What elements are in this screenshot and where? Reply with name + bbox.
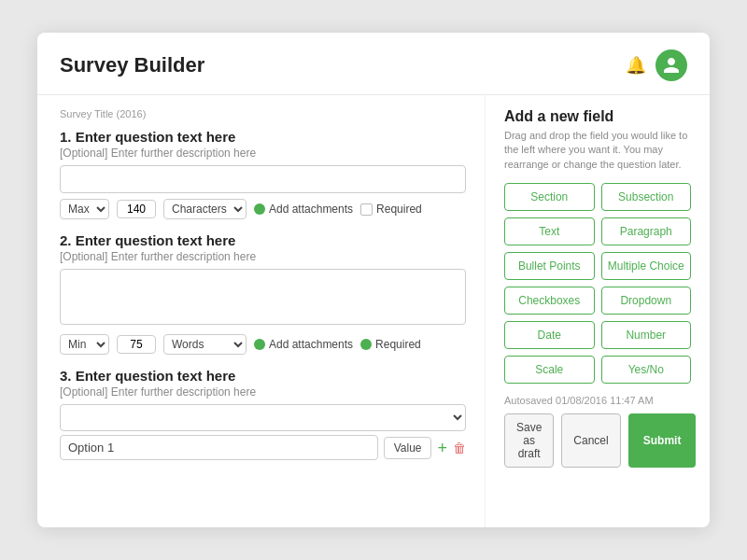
survey-title-label: Survey Title (2016) — [60, 108, 466, 119]
field-btn-multiple-choice[interactable]: Multiple Choice — [601, 252, 692, 280]
left-panel: Survey Title (2016) 1. Enter question te… — [37, 95, 486, 527]
characters-select[interactable]: CharactersWords — [163, 199, 247, 219]
body: Survey Title (2016) 1. Enter question te… — [37, 95, 710, 527]
field-btn-checkboxes[interactable]: Checkboxes — [504, 287, 595, 315]
question-1-attach-label: Add attachments — [254, 203, 353, 216]
question-2-controls: MinMax WordsCharacters Add attachments R… — [60, 334, 466, 355]
submit-button[interactable]: Submit — [628, 413, 697, 468]
field-buttons-grid: Section Subsection Text Paragraph Bullet… — [504, 183, 691, 384]
attach-dot-icon — [254, 203, 265, 215]
question-1-input[interactable] — [60, 165, 466, 193]
question-3-dropdown[interactable] — [60, 404, 466, 431]
words-select[interactable]: WordsCharacters — [163, 334, 247, 355]
add-field-desc: Drag and drop the field you would like t… — [504, 129, 691, 172]
field-btn-paragraph[interactable]: Paragraph — [601, 217, 692, 245]
question-2-block: 2. Enter question text here [Optional] E… — [60, 232, 466, 355]
bell-icon: 🔔 — [626, 55, 646, 76]
question-1-title: 1. Enter question text here — [60, 129, 466, 145]
question-3-title: 3. Enter question text here — [60, 368, 466, 384]
required-checkbox[interactable] — [360, 203, 373, 216]
header-icons: 🔔 — [626, 49, 687, 81]
attach-dot-icon-2 — [254, 339, 265, 350]
page-title: Survey Builder — [60, 53, 204, 77]
required-dot-icon — [360, 339, 372, 350]
action-buttons: Save as draft Cancel Submit — [504, 413, 691, 468]
question-2-title: 2. Enter question text here — [60, 232, 466, 248]
question-3-block: 3. Enter question text here [Optional] E… — [60, 368, 466, 460]
save-draft-button[interactable]: Save as draft — [504, 413, 554, 468]
value-button[interactable]: Value — [384, 437, 432, 459]
question-2-required-label: Required — [360, 338, 421, 351]
field-btn-bullet-points[interactable]: Bullet Points — [504, 252, 595, 280]
question-1-controls: MaxMin CharactersWords Add attachments R… — [60, 199, 466, 219]
field-btn-number[interactable]: Number — [601, 321, 692, 349]
question-1-block: 1. Enter question text here [Optional] E… — [60, 129, 466, 219]
question-2-attach-label: Add attachments — [254, 338, 353, 351]
question-2-min-value[interactable] — [117, 335, 156, 354]
avatar — [655, 49, 687, 81]
option-row: Value + 🗑 — [60, 435, 466, 460]
question-1-required-label: Required — [360, 203, 422, 216]
add-field-title: Add a new field — [504, 108, 691, 125]
field-btn-text[interactable]: Text — [504, 217, 595, 245]
max-select[interactable]: MaxMin — [60, 199, 109, 219]
option-1-input[interactable] — [60, 435, 378, 460]
min-select[interactable]: MinMax — [60, 334, 109, 355]
delete-option-icon[interactable]: 🗑 — [453, 441, 466, 455]
right-panel: Add a new field Drag and drop the field … — [486, 95, 710, 527]
question-1-max-value[interactable] — [117, 200, 156, 218]
question-3-desc: [Optional] Enter further description her… — [60, 385, 466, 399]
field-btn-section[interactable]: Section — [504, 183, 595, 211]
field-btn-dropdown[interactable]: Dropdown — [601, 287, 692, 315]
cancel-button[interactable]: Cancel — [561, 413, 620, 468]
autosaved-label: Autosaved 01/08/2016 11:47 AM — [504, 395, 691, 406]
question-2-desc: [Optional] Enter further description her… — [60, 250, 466, 263]
field-btn-date[interactable]: Date — [504, 321, 595, 349]
question-2-input[interactable] — [60, 269, 466, 325]
field-btn-subsection[interactable]: Subsection — [601, 183, 692, 211]
add-option-icon[interactable]: + — [437, 440, 447, 456]
field-btn-yesno[interactable]: Yes/No — [601, 356, 692, 384]
survey-builder-card: Survey Builder 🔔 Survey Title (2016) 1. … — [37, 33, 710, 527]
question-1-desc: [Optional] Enter further description her… — [60, 147, 466, 160]
header: Survey Builder 🔔 — [37, 33, 710, 95]
field-btn-scale[interactable]: Scale — [504, 356, 595, 384]
